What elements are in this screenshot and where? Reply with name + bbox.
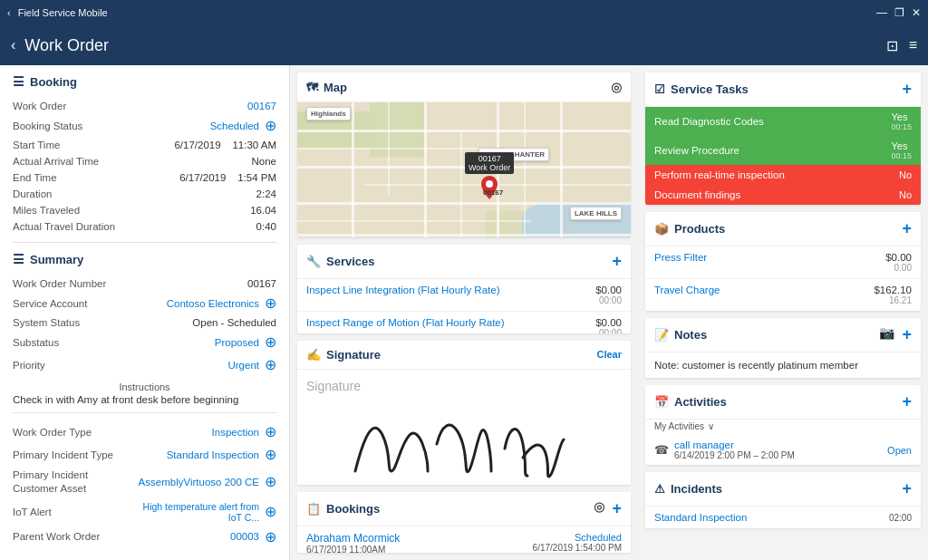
incidents-add-btn[interactable]: + [902, 479, 912, 498]
priority-btn[interactable]: ⊕ [265, 356, 276, 373]
work-order-row: Work Order 00167 [13, 98, 276, 114]
booking-name-0[interactable]: Abraham Mcormick [306, 532, 400, 545]
activity-name-0[interactable]: call manager [674, 439, 795, 450]
start-time-row: Start Time 6/17/2019 11:30 AM [13, 137, 276, 153]
activities-card-header: 📅 Activities + [645, 385, 921, 420]
work-order-type-value[interactable]: Inspection [130, 427, 259, 438]
product-price-col-1: $162.10 16.21 [874, 285, 912, 305]
iot-alert-value[interactable]: High temperature alert from IoT C... [130, 501, 259, 523]
booking-status-value[interactable]: Scheduled [130, 121, 259, 131]
task-item-3[interactable]: Document findings No [645, 185, 921, 205]
customer-asset-label: Primary IncidentCustomer Asset [13, 468, 130, 496]
booking-status-add-btn[interactable]: ⊕ [265, 117, 276, 134]
title-bar-back-icon[interactable]: ‹ [7, 7, 11, 18]
parent-work-order-btn[interactable]: ⊕ [265, 528, 276, 546]
notes-icon-row: 📷 + [879, 325, 912, 344]
primary-incident-type-value[interactable]: Standard Inspection [130, 449, 259, 460]
customer-asset-value[interactable]: AssemblyVirtuoso 200 CE [130, 477, 259, 488]
map-card: 🗺 Map ◎ [297, 72, 631, 237]
notes-camera-btn[interactable]: 📷 [879, 325, 894, 344]
menu-icon[interactable]: ≡ [909, 37, 917, 54]
service-item-1-name[interactable]: Inspect Range of Motion (Flat Hourly Rat… [306, 317, 505, 328]
service-item-0-name[interactable]: Inspect Line Integration (Flat Hourly Ra… [306, 285, 500, 295]
product-price-col-0: $0.00 0.00 [885, 252, 912, 273]
services-card-header: 🔧 Services + [297, 245, 631, 279]
service-item-1-price: $0.00 [595, 317, 622, 328]
bookings-header-left: 📋 Bookings [306, 502, 380, 516]
activity-status-0[interactable]: Open [887, 445, 912, 456]
signature-clear-btn[interactable]: Clear [596, 349, 622, 360]
task-value-3: No [899, 189, 912, 200]
primary-incident-type-btn[interactable]: ⊕ [265, 446, 276, 463]
service-item-0-price-col: $0.00 00:00 [595, 285, 622, 305]
title-bar-controls: — ❐ ✕ [876, 6, 921, 19]
services-icon: 🔧 [306, 255, 321, 268]
map-container[interactable]: Highlands TAM O' SHANTER LAKE HILLS 0016… [297, 102, 631, 237]
start-time-label: Start Time [13, 140, 130, 150]
products-list: Press Filter $0.00 0.00 Travel Charge $1… [645, 246, 921, 311]
service-tasks-add-btn[interactable]: + [902, 80, 912, 99]
service-account-btn[interactable]: ⊕ [265, 294, 276, 312]
task-item-2[interactable]: Perform real-time inspection No [645, 165, 921, 185]
incident-name-0[interactable]: Standard Inspection [654, 512, 747, 523]
notes-label: Notes [674, 328, 707, 342]
services-label: Services [326, 255, 375, 268]
work-order-type-btn[interactable]: ⊕ [265, 423, 276, 440]
products-add-btn[interactable]: + [902, 219, 912, 238]
booking-section-header: ☰ Booking [13, 74, 276, 92]
back-button[interactable]: ‹ [11, 37, 15, 53]
end-time-label: End Time [13, 172, 130, 183]
product-name-1[interactable]: Travel Charge [654, 285, 720, 295]
map-locate-btn[interactable]: ◎ [611, 80, 622, 94]
activities-icon: 📅 [654, 395, 669, 409]
products-card: 📦 Products + Press Filter $0.00 0.00 Tra… [645, 212, 921, 311]
substatus-value[interactable]: Proposed [130, 337, 259, 348]
system-status-row: System Status Open - Scheduled [13, 314, 276, 331]
booking-end-date-0: 6/17/2019 1:54:00 PM [533, 543, 622, 553]
product-name-0[interactable]: Press Filter [654, 252, 707, 263]
travel-duration-row: Actual Travel Duration 0:40 [13, 218, 276, 235]
incidents-card: ⚠ Incidents + Standard Inspection 02:00 [645, 472, 921, 528]
minimize-button[interactable]: — [876, 6, 887, 19]
iot-alert-btn[interactable]: ⊕ [265, 503, 276, 520]
product-item-0: Press Filter $0.00 0.00 [645, 246, 921, 279]
iot-alert-label: IoT Alert [13, 507, 130, 517]
signature-body: Signature [297, 370, 631, 485]
activities-my-activities[interactable]: My Activities ∨ [645, 420, 921, 435]
signature-label: Signature [326, 348, 381, 362]
services-list: Inspect Line Integration (Flat Hourly Ra… [297, 279, 631, 333]
priority-value[interactable]: Urgent [130, 360, 259, 371]
close-button[interactable]: ✕ [912, 6, 921, 19]
duration-value: 2:24 [130, 188, 276, 199]
activities-chevron: ∨ [708, 421, 714, 431]
incidents-icon: ⚠ [654, 482, 665, 496]
customer-asset-btn[interactable]: ⊕ [265, 473, 276, 490]
lake-hills-label: LAKE HILLS [570, 207, 622, 220]
activities-add-btn[interactable]: + [902, 392, 912, 411]
actual-arrival-row: Actual Arrival Time None [13, 153, 276, 169]
services-add-btn[interactable]: + [612, 252, 622, 271]
service-account-value[interactable]: Contoso Electronics [130, 298, 259, 309]
products-icon: 📦 [654, 222, 669, 236]
substatus-btn[interactable]: ⊕ [265, 333, 276, 351]
work-order-value[interactable]: 00167 [130, 101, 276, 111]
grid-icon[interactable]: ⊡ [886, 37, 898, 54]
products-header-left: 📦 Products [654, 222, 725, 236]
service-item-1-duration: 00:00 [595, 328, 622, 333]
parent-work-order-row: Parent Work Order 00003 ⊕ [13, 526, 276, 548]
end-time-row: End Time 6/17/2019 1:54 PM [13, 169, 276, 186]
notes-add-btn[interactable]: + [902, 325, 912, 344]
bookings-locate-btn[interactable]: ◎ [594, 499, 604, 518]
parent-work-order-value[interactable]: 00003 [130, 531, 259, 542]
bookings-add-btn[interactable]: + [612, 499, 622, 518]
maximize-button[interactable]: ❐ [894, 6, 904, 19]
service-account-label: Service Account [13, 298, 130, 309]
incident-value-0: 02:00 [889, 513, 912, 523]
task-item-0[interactable]: Read Diagnostic Codes Yes 00:15 [645, 107, 921, 136]
service-item-0-price: $0.00 [595, 285, 622, 295]
product-price-1: $162.10 [874, 285, 912, 295]
service-tasks-list: Read Diagnostic Codes Yes 00:15 Review P… [645, 107, 921, 205]
task-item-1[interactable]: Review Procedure Yes 00:15 [645, 136, 921, 165]
actual-arrival-label: Actual Arrival Time [13, 156, 130, 167]
priority-label: Priority [13, 360, 130, 371]
